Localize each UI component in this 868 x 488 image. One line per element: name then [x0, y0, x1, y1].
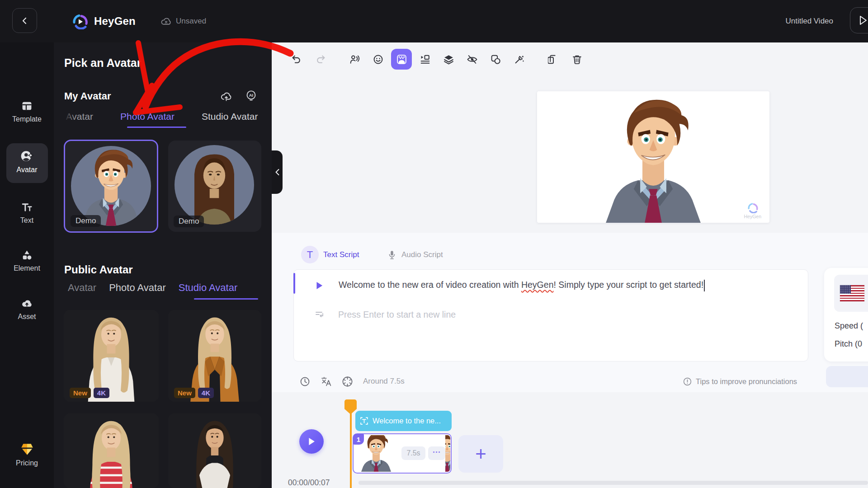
- tab-public-studio-avatar[interactable]: Studio Avatar: [179, 282, 237, 294]
- public-avatar-card[interactable]: New 4K: [168, 310, 261, 402]
- text-cursor: [704, 280, 705, 291]
- chevron-left-icon: [274, 169, 280, 176]
- hide-button[interactable]: [462, 49, 482, 70]
- demo-badge: Demo: [71, 215, 101, 227]
- heygen-watermark: HeyGen: [744, 202, 761, 219]
- voice-language-button[interactable]: [834, 275, 868, 312]
- alert-icon: [683, 377, 692, 386]
- playhead-handle[interactable]: [344, 399, 357, 414]
- tab-text-script[interactable]: T Text Script: [301, 246, 359, 263]
- heygen-logo-icon: [71, 14, 89, 29]
- chevron-left-icon: [20, 16, 29, 25]
- speed-label: Speed (: [835, 321, 863, 331]
- nav-item-text[interactable]: Text: [0, 202, 54, 225]
- new-badge: New: [70, 388, 91, 398]
- add-scene-button[interactable]: +: [458, 435, 503, 473]
- heygen-video-editor: HeyGen Unsaved Untitled Video Template: [0, 0, 868, 488]
- back-button[interactable]: [12, 8, 37, 33]
- delete-button[interactable]: [566, 49, 587, 70]
- misspelled-word: HeyGen: [521, 280, 554, 290]
- redo-button[interactable]: [310, 49, 330, 70]
- template-icon: [21, 100, 33, 112]
- demo-badge: Demo: [174, 216, 204, 227]
- save-status: Unsaved: [160, 0, 206, 42]
- nav-item-label: Template: [12, 115, 42, 123]
- us-flag-icon: [840, 285, 864, 301]
- magic-pen-button[interactable]: [509, 49, 529, 70]
- text-indent-button[interactable]: [415, 49, 435, 70]
- clip-more-chip[interactable]: ...: [428, 446, 445, 460]
- play-line-icon[interactable]: [316, 281, 323, 290]
- duplicate-button[interactable]: [543, 49, 564, 70]
- watermark-text: HeyGen: [744, 214, 761, 219]
- emoji-button[interactable]: [368, 49, 388, 70]
- nav-rail: Template Avatar Text Eleme: [0, 42, 54, 488]
- script-line-2[interactable]: Press Enter to start a new line: [315, 308, 456, 321]
- nav-item-avatar[interactable]: Avatar: [0, 150, 54, 174]
- my-avatar-card-cartoon-man[interactable]: Demo: [64, 140, 158, 233]
- undo-button[interactable]: [286, 49, 307, 70]
- pitch-label: Pitch (0: [835, 339, 862, 349]
- avatar-background-button[interactable]: [391, 49, 412, 70]
- nav-item-label: Text: [20, 216, 33, 225]
- nav-item-pricing[interactable]: Pricing: [0, 442, 54, 467]
- tab-public-photo-avatar[interactable]: Photo Avatar: [109, 282, 166, 294]
- tab-audio-script[interactable]: Audio Script: [387, 246, 443, 263]
- avatar-panel: Pick an Avatar My Avatar AI Instant Avat…: [54, 42, 272, 488]
- panel-collapse-handle[interactable]: [272, 150, 283, 194]
- 4k-badge: 4K: [198, 388, 214, 398]
- play-icon: [307, 437, 316, 446]
- nav-item-template[interactable]: Template: [0, 100, 54, 123]
- my-avatar-heading: My Avatar: [64, 90, 111, 102]
- nav-item-label: Pricing: [16, 459, 38, 467]
- voice-panel-button[interactable]: [826, 366, 868, 387]
- script-line-1[interactable]: Welcome to the new era of video creation…: [316, 278, 705, 293]
- clip-duration-chip[interactable]: 7.5s: [401, 446, 425, 460]
- enter-line-icon: [315, 310, 325, 319]
- public-avatar-card[interactable]: [168, 413, 261, 488]
- canvas-toolbar: [286, 49, 587, 70]
- timeline-play-button[interactable]: [299, 429, 324, 454]
- voice-button[interactable]: [344, 49, 365, 70]
- line-selection-indicator: [293, 273, 295, 294]
- script-text: Welcome to the new era of video creation…: [339, 280, 705, 291]
- shapes-button[interactable]: [485, 49, 506, 70]
- asset-icon: [21, 298, 33, 309]
- gpt-icon[interactable]: [342, 376, 353, 387]
- public-avatar-card[interactable]: [64, 413, 159, 488]
- public-avatar-card[interactable]: New 4K: [64, 310, 159, 402]
- timeline-scene-clip[interactable]: 1 7.5s ...: [353, 433, 452, 474]
- tab-studio-avatar[interactable]: Studio Avatar: [202, 111, 258, 122]
- video-title[interactable]: Untitled Video: [785, 0, 833, 42]
- text-script-icon: T: [301, 246, 319, 263]
- tab-public-avatar[interactable]: Avatar: [68, 282, 96, 294]
- duration-estimate: Around 7.5s: [363, 377, 405, 386]
- nav-item-asset[interactable]: Asset: [0, 298, 54, 321]
- top-bar: HeyGen Unsaved Untitled Video: [0, 0, 868, 42]
- new-badge: New: [174, 388, 195, 398]
- tab-photo-avatar[interactable]: Photo Avatar: [120, 111, 175, 122]
- script-input[interactable]: Welcome to the new era of video creation…: [293, 269, 808, 361]
- timeline-text-clip[interactable]: Welcome to the ne...: [355, 411, 452, 431]
- active-tab-underline: [127, 127, 186, 128]
- nav-item-element[interactable]: Element: [0, 249, 54, 272]
- tab-label: Audio Script: [401, 250, 443, 259]
- upload-avatar-icon[interactable]: [220, 90, 232, 103]
- my-avatar-tabs: Instant AvatarPhoto AvatarStudio Avatar: [64, 111, 261, 131]
- brand[interactable]: HeyGen: [71, 0, 136, 42]
- layers-button[interactable]: [438, 49, 459, 70]
- video-canvas[interactable]: HeyGen: [537, 91, 769, 223]
- translate-icon[interactable]: [321, 376, 332, 387]
- script-info-row: Around 7.5s: [299, 375, 405, 388]
- my-avatar-card-mona-lisa[interactable]: Demo: [168, 141, 261, 232]
- playhead-line: [350, 404, 352, 488]
- preview-play-button[interactable]: [850, 7, 868, 33]
- pronunciation-tips[interactable]: Tips to improve pronunciations: [683, 375, 797, 388]
- tab-label: Text Script: [323, 250, 359, 259]
- pricing-diamond-icon: [20, 442, 34, 455]
- duration-clock-icon[interactable]: [299, 376, 311, 387]
- ai-avatar-icon[interactable]: AI: [245, 89, 257, 102]
- nav-item-label: Element: [14, 264, 40, 272]
- cloud-x-icon: [160, 16, 172, 27]
- timeline-scrollbar[interactable]: [359, 481, 868, 485]
